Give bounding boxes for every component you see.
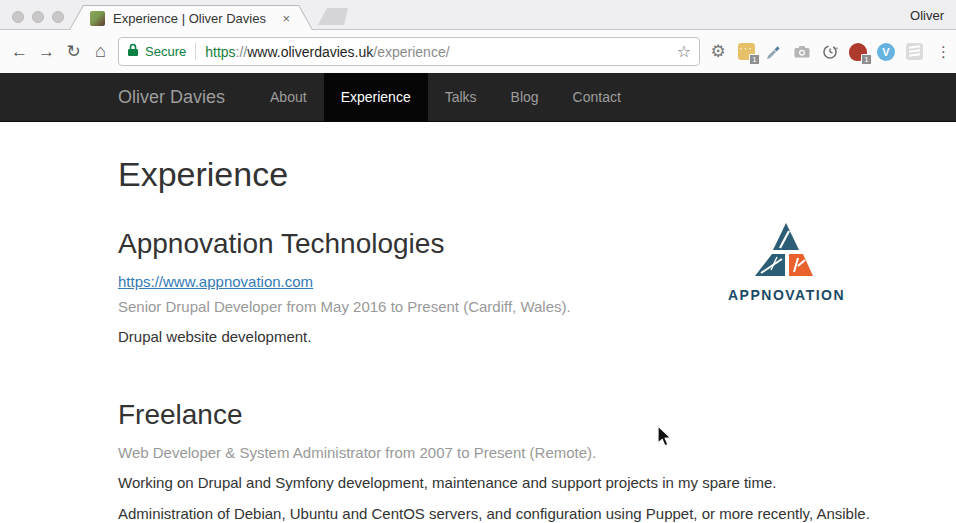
url-host: www.oliverdavies.uk bbox=[247, 44, 373, 60]
tab-title: Experience | Oliver Davies bbox=[113, 11, 282, 26]
role-subtitle: Web Developer & System Administrator fro… bbox=[118, 444, 886, 461]
appnovation-logo-text: APPNOVATION bbox=[728, 287, 844, 303]
reload-button[interactable]: ↻ bbox=[60, 41, 87, 62]
bookmark-star-icon[interactable]: ☆ bbox=[677, 42, 691, 61]
chrome-menu-icon[interactable]: ⋮ bbox=[931, 41, 953, 63]
minimize-window-button[interactable] bbox=[32, 11, 44, 23]
nav-item-about[interactable]: About bbox=[253, 73, 324, 121]
profile-name[interactable]: Oliver bbox=[910, 8, 944, 23]
close-window-button[interactable] bbox=[12, 11, 24, 23]
tab-close-icon[interactable]: × bbox=[282, 12, 290, 25]
home-button[interactable]: ⌂ bbox=[87, 41, 114, 62]
section-paragraph: Working on Drupal and Symfony developmen… bbox=[118, 474, 886, 491]
tab-strip: Experience | Oliver Davies × Oliver bbox=[0, 0, 956, 30]
omnibox-divider bbox=[195, 43, 196, 60]
url-scheme: https bbox=[205, 44, 235, 60]
page-content: Experience Appnovation Technologies http… bbox=[0, 122, 956, 523]
notes-extension-icon[interactable]: ··· 1 bbox=[735, 41, 757, 63]
new-tab-button[interactable] bbox=[318, 8, 348, 25]
nav-item-contact[interactable]: Contact bbox=[556, 73, 638, 121]
nav-item-talks[interactable]: Talks bbox=[428, 73, 494, 121]
nav-item-blog[interactable]: Blog bbox=[494, 73, 556, 121]
forward-button[interactable]: → bbox=[33, 42, 60, 62]
url-text[interactable]: https://www.oliverdavies.uk/experience/ bbox=[205, 44, 670, 60]
section-paragraph: Drupal website development. bbox=[118, 328, 886, 345]
zoom-window-button[interactable] bbox=[52, 11, 64, 23]
vimium-extension-icon[interactable]: V bbox=[875, 41, 897, 63]
camera-extension-icon[interactable] bbox=[791, 41, 813, 63]
site-favicon bbox=[90, 11, 105, 26]
todoist-extension-icon[interactable] bbox=[903, 41, 925, 63]
browser-window: Experience | Oliver Davies × Oliver ← → … bbox=[0, 0, 956, 523]
section-heading: Freelance bbox=[118, 399, 886, 431]
notes-extension-badge: 1 bbox=[749, 54, 760, 65]
mouse-cursor bbox=[656, 425, 672, 449]
section-paragraph: Administration of Debian, Ubuntu and Cen… bbox=[118, 505, 886, 522]
red-extension-badge: 1 bbox=[861, 54, 872, 65]
extension-icons: ⚙ ··· 1 bbox=[707, 41, 953, 63]
appnovation-logo: APPNOVATION bbox=[728, 222, 844, 303]
page-title: Experience bbox=[118, 155, 886, 194]
window-controls bbox=[12, 11, 64, 23]
browser-tab[interactable]: Experience | Oliver Davies × bbox=[70, 6, 312, 30]
nav-item-experience[interactable]: Experience bbox=[324, 73, 428, 121]
appnovation-logo-mark bbox=[728, 222, 844, 280]
back-button[interactable]: ← bbox=[6, 42, 33, 62]
browser-toolbar: ← → ↻ ⌂ Secure https://www.oliverdavies.… bbox=[0, 30, 956, 73]
url-separator: :// bbox=[236, 44, 248, 60]
experience-section-freelance: Freelance Web Developer & System Adminis… bbox=[118, 399, 886, 522]
appnovation-link[interactable]: https://www.appnovation.com bbox=[118, 273, 313, 290]
security-label[interactable]: Secure bbox=[145, 44, 186, 59]
gear-extension-icon[interactable]: ⚙ bbox=[707, 41, 729, 63]
timer-extension-icon[interactable] bbox=[819, 41, 841, 63]
red-extension-icon[interactable]: 1 bbox=[847, 41, 869, 63]
secure-lock-icon[interactable] bbox=[127, 43, 139, 61]
address-bar[interactable]: Secure https://www.oliverdavies.uk/exper… bbox=[118, 37, 700, 66]
site-brand[interactable]: Oliver Davies bbox=[118, 73, 225, 121]
site-navbar: Oliver Davies About Experience Talks Blo… bbox=[0, 73, 956, 122]
eyedropper-extension-icon[interactable] bbox=[763, 41, 785, 63]
url-path: /experience/ bbox=[373, 44, 449, 60]
